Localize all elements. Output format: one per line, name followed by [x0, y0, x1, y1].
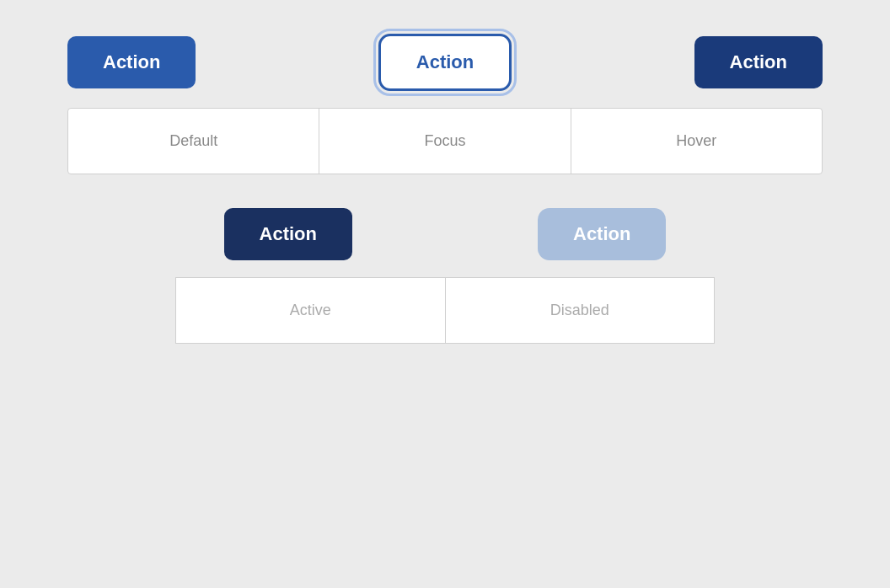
label-row-2: Active Disabled	[175, 277, 715, 344]
focus-label: Focus	[319, 109, 571, 174]
main-container: Action Action Action Default Focus Hover…	[0, 0, 890, 588]
hover-button[interactable]: Action	[694, 36, 823, 88]
active-button[interactable]: Action	[224, 208, 352, 260]
active-label: Active	[175, 277, 445, 344]
button-row-1: Action Action Action	[67, 34, 823, 91]
disabled-button: Action	[538, 208, 666, 260]
label-row-1: Default Focus Hover	[67, 108, 823, 174]
disabled-label: Disabled	[445, 277, 716, 344]
default-button[interactable]: Action	[67, 36, 196, 88]
label-row-2-wrapper: Active Disabled	[67, 277, 823, 344]
focus-button[interactable]: Action	[378, 34, 512, 91]
hover-label: Hover	[571, 109, 822, 174]
button-row-2: Action Action	[67, 208, 823, 260]
default-label: Default	[68, 109, 319, 174]
